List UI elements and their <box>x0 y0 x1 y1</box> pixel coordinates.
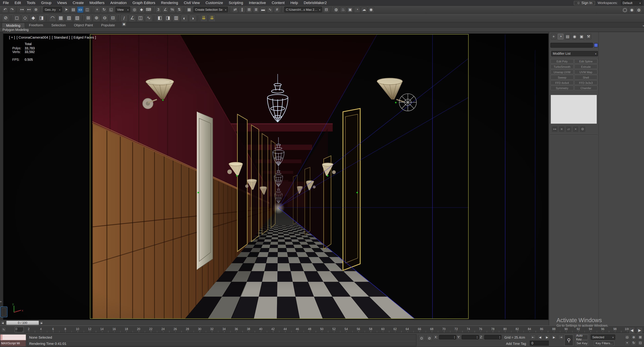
redo-icon[interactable]: ↷ <box>9 6 15 13</box>
menu-create[interactable]: Create <box>70 0 86 5</box>
menu-help[interactable]: Help <box>288 0 301 5</box>
toggle-scene-explorer-icon[interactable]: ⊞ <box>246 6 252 13</box>
selection-filter-dropdown[interactable]: Geo..try▾ <box>43 7 62 12</box>
select-and-link-icon[interactable]: ⊶ <box>19 6 25 13</box>
soft-selection-icon[interactable]: ◠ <box>49 14 56 22</box>
mirror-icon[interactable]: ⇄ <box>232 6 238 13</box>
x-field[interactable]: ▲▼ <box>439 335 456 339</box>
render-production-icon[interactable]: ◔ <box>354 6 360 13</box>
percent-snap-icon[interactable]: % <box>169 6 176 13</box>
modifier-button-extrude[interactable]: Extrude <box>574 64 598 69</box>
key-filters-button[interactable]: Key Filters... <box>594 341 614 346</box>
zoom-icon[interactable]: ◎ <box>624 334 630 340</box>
modifier-list-dropdown[interactable]: Modifier List ▾ <box>551 51 598 56</box>
time-slider-thumb[interactable]: 0 / 100 <box>6 320 39 325</box>
tab-utilities[interactable]: ⚒ <box>586 34 591 40</box>
axis-constraint-z-icon[interactable]: ◆ <box>30 14 37 22</box>
schematic-view-icon[interactable]: # <box>274 6 280 13</box>
rendered-frame-window-icon[interactable]: ▣ <box>347 6 353 13</box>
menu-debrismaker2[interactable]: DebrisMaker2 <box>301 0 330 5</box>
modifier-button-sweep[interactable]: Sweep <box>550 75 574 80</box>
tab-modify[interactable]: ◔ <box>558 34 564 40</box>
render-gallery-icon[interactable]: ◯ <box>622 7 628 13</box>
add-time-tag[interactable]: Add Time Tag <box>506 342 526 346</box>
object-color-swatch[interactable] <box>594 43 598 47</box>
select-and-move-icon[interactable]: + <box>94 6 100 13</box>
menu-animation[interactable]: Animation <box>107 0 130 5</box>
create-primitive-icon[interactable]: ⊞ <box>84 14 92 22</box>
menu-scripting[interactable]: Scripting <box>226 0 246 5</box>
play-button[interactable]: ▶ <box>544 334 550 340</box>
collapse-toolbar-left-icon[interactable]: ⇊ <box>200 14 208 22</box>
menu-civil-view[interactable]: Civil View <box>181 0 202 5</box>
named-selection-sets-dropdown[interactable]: Create Selection Se▾ <box>193 7 228 12</box>
trackbar-scroll-right-icon[interactable]: ▶ <box>636 327 643 333</box>
ribbon-tab-object-paint[interactable]: Object Paint <box>70 23 97 28</box>
axis-constraint-x-icon[interactable]: ◻ <box>13 14 20 22</box>
z-field[interactable]: ▲▼ <box>484 335 502 339</box>
go-to-end-button[interactable]: ⇥ <box>558 334 564 340</box>
tab-create[interactable]: + <box>551 34 556 40</box>
previous-frame-button[interactable]: ◀ <box>537 334 543 340</box>
isolate-selection-icon[interactable]: ⊙ <box>418 335 425 341</box>
viewport-menu-camera[interactable]: [ CoronaCamera004 ] <box>16 36 50 40</box>
menu-group[interactable]: Group <box>38 0 54 5</box>
select-and-scale-icon[interactable]: ◱ <box>108 6 114 13</box>
asset-tracking-icon[interactable]: ⊟ <box>323 6 330 13</box>
menu-modifiers[interactable]: Modifiers <box>87 0 108 5</box>
keyboard-shortcut-toggle-icon[interactable]: ⌨ <box>146 6 152 13</box>
align-icon[interactable]: ∥ <box>239 6 245 13</box>
material-editor-icon[interactable]: ◍ <box>333 6 339 13</box>
time-slider-left-arrow[interactable]: ◀ <box>1 320 4 325</box>
bevel-tool-icon[interactable]: ◨ <box>164 14 172 22</box>
axis-constraint-y-icon[interactable]: ◇ <box>21 14 29 22</box>
ribbon-minimize-icon[interactable]: ▾ <box>643 24 644 27</box>
object-name-field[interactable] <box>550 43 593 48</box>
track-bar[interactable]: ∿ 02468101214161820222426283032343638404… <box>0 325 644 333</box>
new-key-filter-dropdown[interactable]: Selected ▾ <box>591 334 615 340</box>
select-object-icon[interactable]: ➤ <box>63 6 70 13</box>
menu-tools[interactable]: Tools <box>24 0 38 5</box>
use-pivot-center-icon[interactable]: ◎ <box>132 6 138 13</box>
set-keys-button[interactable]: ⚲ <box>564 334 574 346</box>
workspaces-dropdown[interactable]: Default ▾ <box>621 0 642 6</box>
extrude-tool-icon[interactable]: ◧ <box>156 14 164 22</box>
toggle-ribbon-icon[interactable]: ▬ <box>260 6 266 13</box>
viewport-menu-shading[interactable]: [ Edged Faces ] <box>72 36 96 40</box>
attach-icon[interactable]: ⊕ <box>93 14 100 22</box>
pin-stack-icon[interactable]: ⊶ <box>552 127 557 132</box>
modifier-button-turbosmooth[interactable]: TurboSmooth <box>550 64 574 69</box>
ribbon-tab-populate[interactable]: Populate <box>97 23 119 28</box>
project-folder-dropdown[interactable]: C:\Users\H...s Max 2020▾ <box>284 7 322 12</box>
set-key-button[interactable]: Set Key <box>576 341 588 346</box>
time-slider[interactable]: ◀ 0 / 100 ▶ <box>0 320 549 325</box>
unlink-selection-icon[interactable]: ⊷ <box>26 6 32 13</box>
tab-motion[interactable]: ◉ <box>572 34 578 40</box>
current-frame-field[interactable]: 0 <box>530 341 549 345</box>
menu-edit[interactable]: Edit <box>12 0 24 5</box>
zoom-all-icon[interactable]: ⊕ <box>631 334 636 340</box>
angle-snap-icon[interactable]: ∠ <box>162 6 168 13</box>
modifier-button-unwrap-uvw[interactable]: Unwrap UVW <box>550 70 574 74</box>
bridge-tool-icon[interactable]: ◑ <box>189 14 196 22</box>
modifier-button-symmetry[interactable]: Symmetry <box>550 85 574 90</box>
reference-coordinate-dropdown[interactable]: View▾ <box>116 7 130 12</box>
viewport-canvas[interactable]: y x <box>3 34 548 320</box>
modifier-stack[interactable] <box>550 95 597 124</box>
isoline-display-icon[interactable]: ▨ <box>65 14 72 22</box>
render-in-cloud-icon[interactable]: ☁ <box>361 6 367 13</box>
use-nurms-icon[interactable]: ▦ <box>57 14 64 22</box>
select-by-name-icon[interactable]: ▤ <box>70 6 76 13</box>
modifier-button-edit-poly[interactable]: Edit Poly <box>550 59 574 64</box>
spinner-snap-icon[interactable]: ⇅ <box>176 6 182 13</box>
quick-slice-icon[interactable]: ∠ <box>129 14 136 22</box>
render-last-icon[interactable]: ◉ <box>368 6 374 13</box>
undo-icon[interactable]: ↶ <box>2 6 8 13</box>
auto-key-button[interactable]: Auto Key <box>576 334 588 340</box>
snap-toggle-3d-icon[interactable]: 3 <box>155 6 162 13</box>
remove-modifier-icon[interactable]: × <box>573 127 578 132</box>
axis-constraint-plane-icon[interactable]: ◨ <box>38 14 45 22</box>
viewport-pane[interactable]: y x [ + ] [ CoronaCamera004 ] [ Standard… <box>3 34 548 320</box>
collapse-icon[interactable]: ⊟ <box>109 14 116 22</box>
rectangular-selection-region-icon[interactable]: ▭ <box>77 6 83 13</box>
